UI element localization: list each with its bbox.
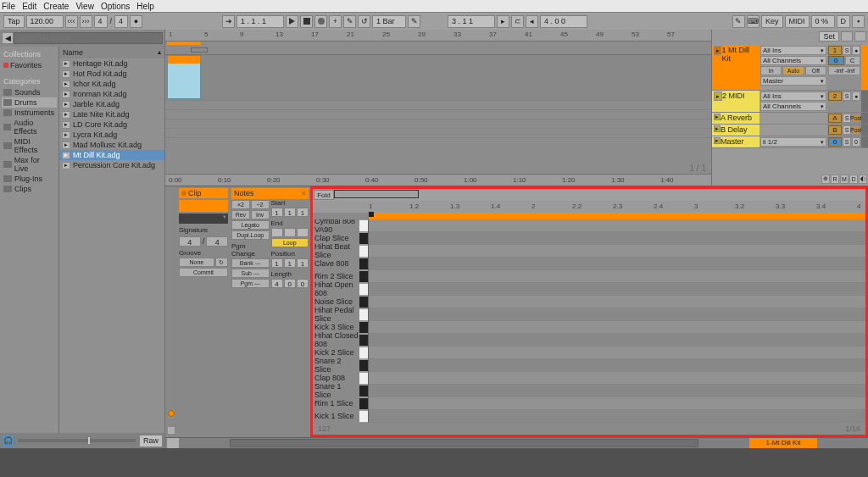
status-track-display[interactable]: 1-Mt Dill Kit [749, 438, 817, 448]
set-marker-button[interactable]: Set [819, 31, 839, 42]
cat-instruments[interactable]: Instruments [2, 108, 57, 118]
start-beat[interactable]: 1 [284, 208, 296, 217]
input-channel-2[interactable]: All Channels [760, 102, 826, 111]
track-header-reverb[interactable]: ▸A Reverb ASPost [712, 113, 868, 125]
note-lane[interactable] [369, 258, 865, 270]
send-a-1[interactable]: 0 [828, 56, 844, 65]
device-view-icon[interactable] [168, 410, 175, 417]
pencil-icon[interactable]: ✎ [408, 15, 420, 28]
x2-button[interactable]: ×2 [231, 200, 250, 209]
menu-create[interactable]: Create [43, 2, 69, 11]
mixer-toggle-icon[interactable]: M [840, 175, 849, 184]
overdub-icon[interactable]: + [329, 15, 342, 28]
follow-icon[interactable]: ➔ [222, 15, 235, 28]
sig-denominator[interactable]: 4 [114, 15, 128, 28]
next-locator-icon[interactable] [854, 31, 866, 42]
draw-mode-icon[interactable]: ✎ [732, 15, 745, 28]
menu-help[interactable]: Help [136, 2, 154, 11]
browser-collapse-icon[interactable]: ◀ [2, 32, 14, 44]
vol-1[interactable]: -inf -inf [828, 66, 860, 75]
arr-track-delay-lane[interactable] [165, 119, 711, 129]
arrangement-position[interactable]: 1 . 1 . 1 [236, 15, 284, 28]
drum-pad-label[interactable]: Kick 1 Slice [313, 410, 368, 423]
tempo-nudge-down-icon[interactable]: ‹‹‹ [65, 15, 78, 28]
len-beat[interactable]: 0 [284, 279, 296, 288]
cat-sounds[interactable]: Sounds [2, 87, 57, 97]
cat-max-for-live[interactable]: Max for Live [2, 155, 57, 174]
clip-name-field[interactable] [179, 200, 228, 212]
notes-close-icon[interactable] [301, 189, 306, 198]
duploop-button[interactable]: Dupl.Loop [231, 230, 270, 240]
commit-button[interactable]: Commit [179, 268, 228, 277]
clip-sig-num[interactable]: 4 [179, 236, 201, 247]
note-lane[interactable] [369, 397, 865, 410]
end-16th[interactable] [297, 228, 309, 237]
cat-clips[interactable]: Clips [2, 184, 57, 194]
drum-pad-label[interactable]: Hihat Open 808 [313, 283, 368, 296]
favorites-item[interactable]: Favorites [2, 60, 57, 70]
cat-plugins[interactable]: Plug-Ins [2, 174, 57, 184]
output-1[interactable]: Master [760, 76, 826, 86]
file-item[interactable]: ▸Jarble Kit.adg [59, 99, 164, 109]
track-name-2[interactable]: ▸2 MIDI [712, 91, 760, 112]
pan-1[interactable]: C [845, 56, 861, 65]
clip-header[interactable]: Clip [179, 188, 228, 198]
crossfade-toggle-icon[interactable]: ◐ [859, 175, 867, 184]
track-activator-2[interactable]: 2 [828, 92, 842, 101]
input-type-1[interactable]: All Ins [760, 46, 826, 55]
track-name-1[interactable]: ▸1 Mt Dill Kit [712, 45, 760, 90]
fold-button[interactable]: Fold [314, 190, 334, 200]
len-bar[interactable]: 4 [271, 279, 283, 288]
note-lane[interactable] [369, 359, 865, 372]
note-lane[interactable] [369, 385, 865, 397]
loop-region[interactable] [369, 213, 865, 219]
d2-button[interactable]: ÷2 [251, 200, 270, 209]
midi-map-button[interactable]: MIDI [785, 15, 810, 28]
arr-track-2-lane[interactable] [165, 101, 711, 110]
cue-master[interactable]: 0 [852, 137, 860, 147]
arr-track-1-lane[interactable] [165, 55, 711, 101]
track-header-master[interactable]: ▸Master ii 1/2 0S0 [712, 136, 868, 148]
menu-edit[interactable]: Edit [22, 2, 36, 11]
solo-master[interactable]: S [843, 137, 851, 147]
track-header-delay[interactable]: ▸B Delay BSPost [712, 125, 868, 136]
note-lane[interactable] [369, 410, 865, 423]
end-bar[interactable] [271, 228, 283, 237]
end-beat[interactable] [284, 228, 296, 237]
input-type-2[interactable]: All Ins [760, 92, 826, 101]
tempo-nudge-up-icon[interactable]: ››› [80, 15, 92, 28]
clip-color-menu[interactable] [179, 214, 228, 224]
menu-options[interactable]: Options [101, 2, 130, 11]
status-seek[interactable] [230, 439, 698, 447]
note-lane[interactable] [369, 245, 865, 258]
master-out[interactable]: ii 1/2 [760, 137, 826, 147]
tempo-field[interactable]: 120.00 [26, 15, 64, 28]
pgm-field[interactable]: Pgm --- [231, 279, 270, 288]
bank-field[interactable]: Bank --- [231, 258, 270, 268]
io-toggle-icon[interactable]: ⊕ [821, 175, 830, 184]
note-lane[interactable] [369, 372, 865, 385]
file-item[interactable]: ▸Lycra Kit.adg [59, 130, 164, 140]
play-button[interactable] [286, 15, 298, 28]
note-lane[interactable] [369, 283, 865, 296]
monitor-auto-1[interactable]: Auto [782, 66, 804, 75]
raw-button[interactable]: Raw [139, 435, 163, 447]
note-lane[interactable] [369, 296, 865, 308]
key-map-button[interactable]: Key [761, 15, 783, 28]
track-name-delay[interactable]: ▸B Delay [712, 125, 760, 136]
drum-pad-label[interactable]: Rim 1 Slice [313, 397, 368, 410]
file-item[interactable]: ▸Heritage Kit.adg [59, 58, 164, 69]
drum-pad-label[interactable]: Cymbal 808 VA90 [313, 219, 368, 232]
sub-field[interactable]: Sub --- [231, 269, 270, 278]
note-lane[interactable] [369, 219, 865, 232]
file-item[interactable]: ▸Hot Rod Kit.adg [59, 69, 164, 79]
stop-button[interactable] [300, 15, 313, 28]
drum-pad-label[interactable]: Snare 2 Slice [313, 359, 368, 372]
file-item[interactable]: ▸Ichor Kit.adg [59, 79, 164, 89]
len-16th[interactable]: 0 [297, 279, 309, 288]
track-activator-a[interactable]: A [828, 114, 842, 123]
automation-arm-icon[interactable]: ✎ [343, 15, 356, 28]
preview-icon[interactable]: 🎧 [2, 435, 14, 447]
track-activator-master[interactable]: 0 [828, 137, 842, 147]
pos-16th[interactable]: 1 [297, 258, 309, 268]
